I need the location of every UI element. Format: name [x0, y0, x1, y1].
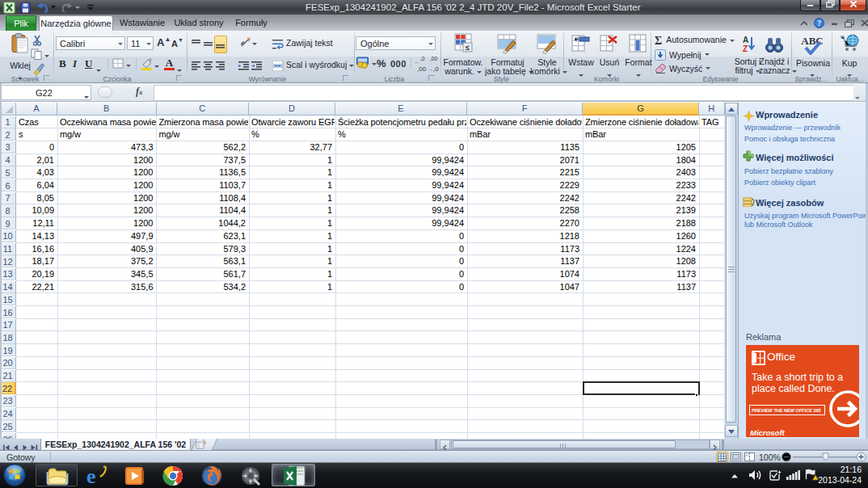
svg-text:e: e	[86, 465, 96, 486]
svg-text:ABC: ABC	[801, 35, 823, 47]
svg-text:A: A	[743, 36, 748, 44]
svg-text:Z: Z	[743, 44, 748, 53]
svg-text:?: ?	[818, 19, 822, 27]
svg-text:≤: ≤	[466, 44, 470, 52]
